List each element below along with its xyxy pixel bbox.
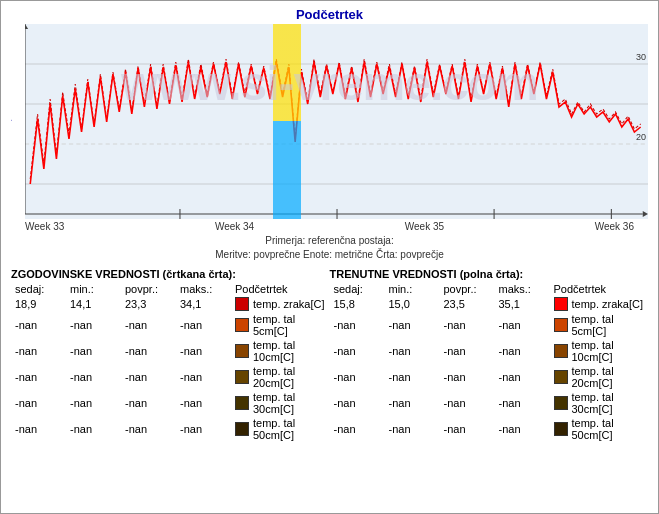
hist-cell-1-0: -nan (11, 312, 66, 338)
curr-legend-3: temp. tal 20cm[C] (550, 364, 649, 390)
curr-legend-5: temp. tal 50cm[C] (550, 416, 649, 442)
hist-legend-4: temp. tal 30cm[C] (231, 390, 330, 416)
chart-svg (25, 24, 648, 219)
hist-cell-4-3: -nan (176, 390, 231, 416)
hist-legend-0: temp. zraka[C] (231, 296, 330, 312)
curr-legend-4: temp. tal 30cm[C] (550, 390, 649, 416)
svg-marker-6 (643, 211, 648, 217)
current-table: sedaj: min.: povpr.: maks.: Podčetrtek 1… (330, 282, 649, 442)
hist-cell-2-2: -nan (121, 338, 176, 364)
svg-marker-8 (25, 24, 28, 29)
highlight-bar (273, 24, 301, 219)
curr-legend-1: temp. tal 5cm[C] (550, 312, 649, 338)
chart-wrapper: www.si-vreme.com 30 20 (11, 24, 648, 219)
hist-cell-3-3: -nan (176, 364, 231, 390)
hist-cell-1-1: -nan (66, 312, 121, 338)
hist-legend-5: temp. tal 50cm[C] (231, 416, 330, 442)
hist-cell-0-3: 34,1 (176, 296, 231, 312)
curr-row-1: -nan-nan-nan-nantemp. tal 5cm[C] (330, 312, 649, 338)
curr-col-min: min.: (385, 282, 440, 296)
x-label-w34: Week 34 (215, 221, 254, 232)
hist-legend-2: temp. tal 10cm[C] (231, 338, 330, 364)
curr-cell-2-2: -nan (440, 338, 495, 364)
x-label-w36: Week 36 (595, 221, 634, 232)
curr-legend-0: temp. zraka[C] (550, 296, 649, 312)
curr-cell-0-3: 35,1 (495, 296, 550, 312)
historical-section: ZGODOVINSKE VREDNOSTI (črtkana črta): se… (11, 264, 330, 442)
subtitle1-text: Primerja: referenčna postaja: (265, 235, 393, 246)
curr-col-povpr: povpr.: (440, 282, 495, 296)
curr-cell-1-0: -nan (330, 312, 385, 338)
curr-cell-2-1: -nan (385, 338, 440, 364)
curr-cell-5-3: -nan (495, 416, 550, 442)
curr-cell-4-1: -nan (385, 390, 440, 416)
hist-col-min: min.: (66, 282, 121, 296)
hist-col-maks: maks.: (176, 282, 231, 296)
curr-cell-5-2: -nan (440, 416, 495, 442)
chart-title: Podčetrtek (1, 1, 658, 24)
curr-cell-1-2: -nan (440, 312, 495, 338)
curr-col-sedaj: sedaj: (330, 282, 385, 296)
historical-table: sedaj: min.: povpr.: maks.: Podčetrtek 1… (11, 282, 330, 442)
curr-row-3: -nan-nan-nan-nantemp. tal 20cm[C] (330, 364, 649, 390)
curr-cell-0-1: 15,0 (385, 296, 440, 312)
x-axis-labels: Week 33 Week 34 Week 35 Week 36 (25, 221, 634, 232)
hist-cell-2-0: -nan (11, 338, 66, 364)
hist-cell-5-1: -nan (66, 416, 121, 442)
hist-cell-0-0: 18,9 (11, 296, 66, 312)
curr-cell-2-3: -nan (495, 338, 550, 364)
hist-cell-5-2: -nan (121, 416, 176, 442)
chart-area: 30 20 (25, 24, 648, 219)
hist-cell-2-3: -nan (176, 338, 231, 364)
hist-row-2: -nan-nan-nan-nantemp. tal 10cm[C] (11, 338, 330, 364)
x-label-w33: Week 33 (25, 221, 64, 232)
curr-row-2: -nan-nan-nan-nantemp. tal 10cm[C] (330, 338, 649, 364)
hist-row-3: -nan-nan-nan-nantemp. tal 20cm[C] (11, 364, 330, 390)
y-axis-label: www.si-vreme.com (11, 24, 25, 219)
hist-cell-5-3: -nan (176, 416, 231, 442)
curr-cell-1-3: -nan (495, 312, 550, 338)
curr-cell-5-0: -nan (330, 416, 385, 442)
curr-cell-2-0: -nan (330, 338, 385, 364)
curr-cell-3-2: -nan (440, 364, 495, 390)
curr-cell-5-1: -nan (385, 416, 440, 442)
hist-row-0: 18,914,123,334,1temp. zraka[C] (11, 296, 330, 312)
curr-cell-0-0: 15,8 (330, 296, 385, 312)
chart-subtitle1: Primerja: referenčna postaja: (1, 235, 658, 246)
historical-header: ZGODOVINSKE VREDNOSTI (črtkana črta): (11, 268, 330, 280)
hist-cell-0-1: 14,1 (66, 296, 121, 312)
curr-cell-0-2: 23,5 (440, 296, 495, 312)
hist-cell-4-1: -nan (66, 390, 121, 416)
hist-col-povpr: povpr.: (121, 282, 176, 296)
curr-cell-3-1: -nan (385, 364, 440, 390)
curr-cell-4-3: -nan (495, 390, 550, 416)
curr-cell-4-2: -nan (440, 390, 495, 416)
two-cols: ZGODOVINSKE VREDNOSTI (črtkana črta): se… (11, 264, 648, 442)
main-container: Podčetrtek www.si-vreme.com 30 20 (0, 0, 659, 514)
hist-cell-1-3: -nan (176, 312, 231, 338)
curr-cell-4-0: -nan (330, 390, 385, 416)
curr-legend-2: temp. tal 10cm[C] (550, 338, 649, 364)
hist-cell-4-0: -nan (11, 390, 66, 416)
svg-text:www.si-vreme.com: www.si-vreme.com (11, 115, 13, 124)
curr-col-location: Podčetrtek (550, 282, 649, 296)
curr-row-0: 15,815,023,535,1temp. zraka[C] (330, 296, 649, 312)
hist-legend-3: temp. tal 20cm[C] (231, 364, 330, 390)
hist-row-1: -nan-nan-nan-nantemp. tal 5cm[C] (11, 312, 330, 338)
curr-row-5: -nan-nan-nan-nantemp. tal 50cm[C] (330, 416, 649, 442)
curr-cell-1-1: -nan (385, 312, 440, 338)
meritve-line: Meritve: povprečne Enote: metrične Črta:… (1, 249, 658, 260)
curr-col-maks: maks.: (495, 282, 550, 296)
curr-cell-3-0: -nan (330, 364, 385, 390)
hist-row-5: -nan-nan-nan-nantemp. tal 50cm[C] (11, 416, 330, 442)
hist-legend-1: temp. tal 5cm[C] (231, 312, 330, 338)
hist-cell-2-1: -nan (66, 338, 121, 364)
hist-col-location: Podčetrtek (231, 282, 330, 296)
curr-row-4: -nan-nan-nan-nantemp. tal 30cm[C] (330, 390, 649, 416)
hist-cell-5-0: -nan (11, 416, 66, 442)
hist-cell-0-2: 23,3 (121, 296, 176, 312)
hist-cell-1-2: -nan (121, 312, 176, 338)
current-header: TRENUTNE VREDNOSTI (polna črta): (330, 268, 649, 280)
data-section: ZGODOVINSKE VREDNOSTI (črtkana črta): se… (11, 264, 648, 442)
curr-cell-3-3: -nan (495, 364, 550, 390)
